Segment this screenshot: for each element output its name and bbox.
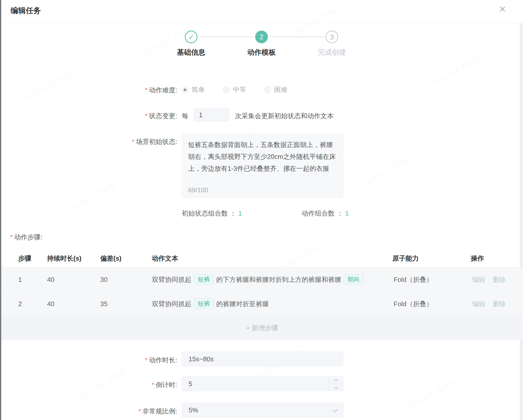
state-change-label: *状态变更:: [71, 112, 177, 120]
state-change-suffix: 次采集会更新初始状态和动作文本: [235, 112, 334, 120]
step-3-label: 完成创建: [301, 48, 362, 57]
required-mark: *: [145, 356, 148, 364]
radio-icon: [223, 87, 230, 93]
object-tag: 短裤: [194, 274, 214, 284]
initial-combo-count: 初始状态组合数 ：1: [182, 209, 242, 218]
number-stepper: [329, 377, 343, 391]
countdown-input[interactable]: 5: [182, 376, 343, 391]
required-mark: *: [152, 381, 154, 389]
cell-duration: 40: [47, 268, 54, 292]
dialog-title: 编辑任务: [11, 6, 41, 16]
required-mark: *: [145, 112, 148, 120]
delete-link[interactable]: 删除: [493, 276, 506, 283]
action-combo-count: 动作组合数 ：1: [302, 209, 349, 218]
header-divider: [1, 23, 523, 24]
cell-action-text: 双臂协同抓起短裤的裤腰对折至裤腿: [152, 292, 269, 316]
unusual-ratio-select[interactable]: 5%: [182, 403, 343, 417]
cell-deviation: 30: [100, 268, 108, 292]
chevron-down-icon: [333, 407, 338, 412]
radio-option-hard[interactable]: 困难: [264, 85, 287, 94]
required-mark: *: [138, 407, 141, 415]
radio-option-easy[interactable]: 简单: [182, 85, 205, 94]
difficulty-radio-group: 简单 中等 困难: [182, 85, 306, 94]
cell-ability: Fold（折叠）: [394, 268, 433, 292]
col-header-text: 动作文本: [152, 249, 178, 268]
decrement-button[interactable]: [329, 384, 343, 391]
check-icon: ✓: [188, 33, 194, 41]
page-left-edge: [0, 0, 1, 420]
action-combo-value: 1: [345, 209, 349, 217]
col-header-step: 步骤: [18, 249, 31, 268]
required-mark: *: [10, 233, 13, 241]
initial-state-text: 短裤五条数据背面朝上，五条数据正面朝上，裤腰朝右，离头部视野下方至少20cm之外…: [188, 139, 337, 175]
difficulty-label: *动作难度:: [71, 86, 177, 95]
table-row: 2 40 35 双臂协同抓起短裤的裤腰对折至裤腿 Fold（折叠） 编辑删除: [1, 292, 523, 316]
step-1-label: 基础信息: [161, 48, 222, 57]
col-header-duration: 持续时长(s): [47, 249, 82, 268]
radio-label: 困难: [274, 85, 287, 94]
step-connector: [199, 36, 254, 37]
char-counter: 69/100: [188, 186, 208, 194]
unusual-ratio-label: *非常规比例:: [71, 407, 177, 416]
state-change-prefix: 每: [182, 112, 188, 120]
required-mark: *: [145, 86, 148, 94]
orientation-tag: 朝向: [344, 274, 364, 284]
object-tag: 短裤: [194, 299, 214, 309]
initial-state-label: *场景初始状态:: [71, 137, 177, 146]
countdown-value: 5: [189, 380, 192, 388]
duration-input[interactable]: 15s~80s: [182, 352, 343, 366]
radio-label: 中等: [233, 85, 246, 94]
watermark-text: {{current_time}}: [67, 180, 117, 214]
watermark-text: {{current_time}}: [406, 377, 456, 411]
step-3-circle[interactable]: 3: [326, 31, 338, 43]
cell-step: 2: [18, 292, 22, 316]
unusual-ratio-value: 5%: [189, 406, 198, 414]
initial-combo-value: 1: [238, 209, 242, 217]
cell-action-text: 双臂协同抓起短裤的下方裤腿和裤腰对折到上方的裤腿和裤腰朝向: [152, 268, 366, 292]
required-mark: *: [132, 138, 134, 145]
step-3-number: 3: [330, 33, 334, 41]
radio-option-medium[interactable]: 中等: [223, 85, 246, 94]
col-header-ability: 原子能力: [392, 249, 419, 268]
step-connector: [269, 36, 325, 37]
state-change-input[interactable]: 1: [194, 108, 229, 121]
increment-button[interactable]: [329, 377, 343, 384]
duration-label: *动作时长:: [71, 356, 177, 365]
step-2-number: 2: [259, 33, 263, 41]
cell-duration: 40: [47, 292, 54, 316]
watermark-text: {{current_time}}: [361, 155, 410, 188]
cell-actions: 编辑删除: [472, 268, 506, 292]
col-header-deviation: 偏差(s): [100, 249, 122, 268]
cell-ability: Fold（折叠）: [394, 292, 433, 316]
delete-link[interactable]: 删除: [493, 300, 506, 308]
watermark-text: {{current_time}}: [24, 69, 74, 102]
cell-step: 1: [18, 268, 22, 292]
edit-task-dialog: {{current_time}} {{current_time}} {{curr…: [0, 0, 523, 420]
step-1-circle[interactable]: ✓: [185, 31, 197, 43]
action-steps-label: *动作步骤:: [10, 233, 42, 242]
step-2-label: 动作模板: [231, 48, 292, 57]
cell-actions: 编辑删除: [472, 292, 506, 316]
radio-icon: [264, 87, 271, 93]
edit-link[interactable]: 编辑: [472, 300, 485, 308]
add-step-button[interactable]: + 新增步骤: [1, 316, 523, 340]
radio-label: 简单: [192, 85, 205, 94]
table-row: 1 40 30 双臂协同抓起短裤的下方裤腿和裤腰对折到上方的裤腿和裤腰朝向 Fo…: [1, 268, 523, 292]
chevron-down-icon: [334, 385, 338, 389]
chevron-up-icon: [334, 379, 338, 383]
edit-link[interactable]: 编辑: [472, 276, 485, 283]
cell-deviation: 35: [100, 292, 108, 316]
watermark-text: {{current_time}}: [432, 53, 481, 87]
initial-state-textarea[interactable]: 短裤五条数据背面朝上，五条数据正面朝上，裤腰朝右，离头部视野下方至少20cm之外…: [182, 134, 343, 198]
col-header-actions: 操作: [471, 249, 484, 268]
countdown-label: *倒计时:: [71, 381, 177, 389]
close-icon[interactable]: ×: [499, 4, 506, 15]
radio-icon: [182, 87, 188, 93]
step-2-circle[interactable]: 2: [255, 31, 268, 43]
dialog-scrollbar[interactable]: [520, 24, 523, 420]
